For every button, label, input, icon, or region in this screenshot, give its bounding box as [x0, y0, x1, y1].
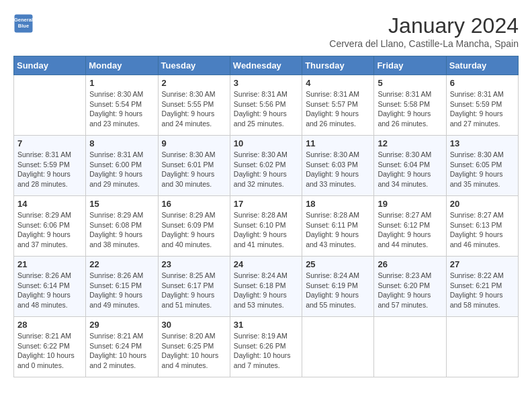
day-info: Sunrise: 8:25 AMSunset: 6:17 PMDaylight:… [162, 271, 226, 310]
logo: General Blue [13, 13, 34, 34]
col-header-saturday: Saturday [446, 56, 518, 75]
day-number: 30 [162, 320, 226, 330]
calendar-cell: 31Sunrise: 8:19 AMSunset: 6:26 PMDayligh… [230, 317, 302, 377]
svg-text:General: General [14, 17, 33, 23]
day-info: Sunrise: 8:29 AMSunset: 6:08 PMDaylight:… [89, 210, 154, 250]
calendar-cell: 23Sunrise: 8:25 AMSunset: 6:17 PMDayligh… [158, 257, 230, 317]
day-number: 1 [89, 78, 154, 88]
day-number: 13 [450, 138, 515, 148]
calendar-cell: 1Sunrise: 8:30 AMSunset: 5:54 PMDaylight… [86, 75, 158, 136]
day-number: 3 [234, 78, 298, 88]
title-block: January 2024 Cervera del Llano, Castille… [329, 13, 519, 49]
calendar-cell: 21Sunrise: 8:26 AMSunset: 6:14 PMDayligh… [14, 257, 86, 317]
calendar-cell: 2Sunrise: 8:30 AMSunset: 5:55 PMDaylight… [158, 75, 230, 136]
col-header-tuesday: Tuesday [158, 56, 230, 75]
svg-text:Blue: Blue [18, 23, 29, 29]
day-info: Sunrise: 8:31 AMSunset: 5:59 PMDaylight:… [450, 89, 515, 129]
day-number: 27 [450, 259, 515, 269]
calendar-cell: 17Sunrise: 8:28 AMSunset: 6:10 PMDayligh… [230, 196, 302, 257]
day-info: Sunrise: 8:30 AMSunset: 6:02 PMDaylight:… [234, 150, 298, 189]
day-number: 8 [89, 138, 154, 148]
day-info: Sunrise: 8:21 AMSunset: 6:22 PMDaylight:… [17, 331, 82, 371]
week-row-2: 7Sunrise: 8:31 AMSunset: 5:59 PMDaylight… [14, 136, 519, 196]
col-header-thursday: Thursday [302, 56, 374, 75]
calendar-cell: 14Sunrise: 8:29 AMSunset: 6:06 PMDayligh… [14, 196, 86, 257]
day-info: Sunrise: 8:21 AMSunset: 6:24 PMDaylight:… [89, 331, 154, 371]
calendar-cell: 27Sunrise: 8:22 AMSunset: 6:21 PMDayligh… [446, 257, 518, 317]
day-number: 6 [450, 78, 515, 88]
day-info: Sunrise: 8:30 AMSunset: 6:04 PMDaylight:… [378, 150, 442, 189]
calendar-cell: 3Sunrise: 8:31 AMSunset: 5:56 PMDaylight… [230, 75, 302, 136]
col-header-friday: Friday [374, 56, 446, 75]
week-row-3: 14Sunrise: 8:29 AMSunset: 6:06 PMDayligh… [14, 196, 519, 257]
calendar-cell: 4Sunrise: 8:31 AMSunset: 5:57 PMDaylight… [302, 75, 374, 136]
day-number: 15 [89, 199, 154, 209]
day-number: 9 [162, 138, 226, 148]
day-info: Sunrise: 8:30 AMSunset: 5:55 PMDaylight:… [162, 89, 226, 129]
calendar-cell [302, 317, 374, 377]
calendar-cell: 29Sunrise: 8:21 AMSunset: 6:24 PMDayligh… [86, 317, 158, 377]
calendar-cell: 9Sunrise: 8:30 AMSunset: 6:01 PMDaylight… [158, 136, 230, 196]
day-number: 22 [89, 259, 154, 269]
day-number: 21 [17, 259, 82, 269]
calendar-cell: 20Sunrise: 8:27 AMSunset: 6:13 PMDayligh… [446, 196, 518, 257]
header-row: SundayMondayTuesdayWednesdayThursdayFrid… [14, 56, 519, 75]
day-number: 19 [378, 199, 442, 209]
calendar-cell [446, 317, 518, 377]
calendar-cell: 13Sunrise: 8:30 AMSunset: 6:05 PMDayligh… [446, 136, 518, 196]
calendar-cell [374, 317, 446, 377]
day-number: 18 [306, 199, 370, 209]
day-info: Sunrise: 8:27 AMSunset: 6:12 PMDaylight:… [378, 210, 442, 250]
day-number: 2 [162, 78, 226, 88]
col-header-monday: Monday [86, 56, 158, 75]
day-info: Sunrise: 8:24 AMSunset: 6:18 PMDaylight:… [234, 271, 298, 310]
day-info: Sunrise: 8:31 AMSunset: 5:58 PMDaylight:… [378, 89, 442, 129]
day-info: Sunrise: 8:23 AMSunset: 6:20 PMDaylight:… [378, 271, 442, 310]
day-number: 28 [17, 320, 82, 330]
day-number: 16 [162, 199, 226, 209]
day-number: 12 [378, 138, 442, 148]
day-number: 11 [306, 138, 370, 148]
calendar-cell: 22Sunrise: 8:26 AMSunset: 6:15 PMDayligh… [86, 257, 158, 317]
calendar-cell: 28Sunrise: 8:21 AMSunset: 6:22 PMDayligh… [14, 317, 86, 377]
day-info: Sunrise: 8:30 AMSunset: 6:01 PMDaylight:… [162, 150, 226, 189]
day-number: 14 [17, 199, 82, 209]
week-row-1: 1Sunrise: 8:30 AMSunset: 5:54 PMDaylight… [14, 75, 519, 136]
calendar-cell [14, 75, 86, 136]
day-info: Sunrise: 8:19 AMSunset: 6:26 PMDaylight:… [234, 331, 298, 371]
calendar-cell: 8Sunrise: 8:31 AMSunset: 6:00 PMDaylight… [86, 136, 158, 196]
day-number: 26 [378, 259, 442, 269]
day-info: Sunrise: 8:30 AMSunset: 5:54 PMDaylight:… [89, 89, 154, 129]
calendar-cell: 12Sunrise: 8:30 AMSunset: 6:04 PMDayligh… [374, 136, 446, 196]
calendar-cell: 16Sunrise: 8:29 AMSunset: 6:09 PMDayligh… [158, 196, 230, 257]
day-number: 7 [17, 138, 82, 148]
calendar-cell: 11Sunrise: 8:30 AMSunset: 6:03 PMDayligh… [302, 136, 374, 196]
day-info: Sunrise: 8:30 AMSunset: 6:05 PMDaylight:… [450, 150, 515, 189]
day-info: Sunrise: 8:29 AMSunset: 6:09 PMDaylight:… [162, 210, 226, 250]
day-info: Sunrise: 8:31 AMSunset: 6:00 PMDaylight:… [89, 150, 154, 189]
calendar-subtitle: Cervera del Llano, Castille-La Mancha, S… [329, 38, 519, 49]
day-info: Sunrise: 8:26 AMSunset: 6:14 PMDaylight:… [17, 271, 82, 310]
day-number: 24 [234, 259, 298, 269]
day-number: 23 [162, 259, 226, 269]
calendar-cell: 18Sunrise: 8:28 AMSunset: 6:11 PMDayligh… [302, 196, 374, 257]
week-row-4: 21Sunrise: 8:26 AMSunset: 6:14 PMDayligh… [14, 257, 519, 317]
calendar-cell: 26Sunrise: 8:23 AMSunset: 6:20 PMDayligh… [374, 257, 446, 317]
calendar-cell: 25Sunrise: 8:24 AMSunset: 6:19 PMDayligh… [302, 257, 374, 317]
day-number: 31 [234, 320, 298, 330]
calendar-cell: 6Sunrise: 8:31 AMSunset: 5:59 PMDaylight… [446, 75, 518, 136]
calendar-title: January 2024 [329, 13, 519, 38]
day-info: Sunrise: 8:26 AMSunset: 6:15 PMDaylight:… [89, 271, 154, 310]
logo-icon: General Blue [13, 13, 34, 34]
day-number: 20 [450, 199, 515, 209]
calendar-cell: 30Sunrise: 8:20 AMSunset: 6:25 PMDayligh… [158, 317, 230, 377]
day-number: 10 [234, 138, 298, 148]
day-info: Sunrise: 8:28 AMSunset: 6:11 PMDaylight:… [306, 210, 370, 250]
day-number: 17 [234, 199, 298, 209]
day-info: Sunrise: 8:31 AMSunset: 5:59 PMDaylight:… [17, 150, 82, 189]
page-header: General Blue January 2024 Cervera del Ll… [13, 13, 519, 49]
calendar-cell: 19Sunrise: 8:27 AMSunset: 6:12 PMDayligh… [374, 196, 446, 257]
calendar-cell: 5Sunrise: 8:31 AMSunset: 5:58 PMDaylight… [374, 75, 446, 136]
day-number: 4 [306, 78, 370, 88]
day-number: 29 [89, 320, 154, 330]
